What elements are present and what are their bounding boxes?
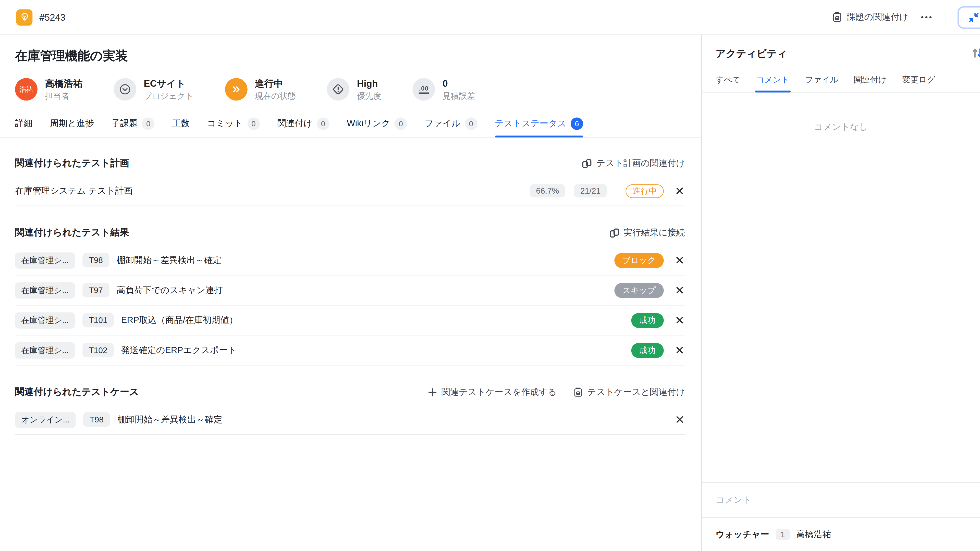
watchers-count-badge: 1 <box>775 529 790 540</box>
more-menu-button[interactable]: ••• <box>920 13 934 21</box>
plan-tag: 在庫管理シ... <box>15 283 75 299</box>
watchers-names: 高橋浩祐 <box>796 529 831 540</box>
create-test-case-button[interactable]: 関連テストケースを作成する <box>428 387 557 398</box>
test-result-name: ERP取込（商品/在庫初期値） <box>121 315 632 326</box>
close-x-icon[interactable] <box>674 255 685 266</box>
test-plan-section-title: 関連付けられたテスト計画 <box>15 158 129 170</box>
collapse-panel-button[interactable] <box>958 6 980 28</box>
clipboard-link-icon <box>832 12 842 23</box>
connect-run-result-button[interactable]: 実行結果に接続 <box>609 227 685 238</box>
test-case-name: 棚卸開始～差異検出～確定 <box>118 414 664 425</box>
plan-tag: 在庫管理シ... <box>15 342 75 359</box>
test-result-row[interactable]: 在庫管理シ... T98 棚卸開始～差異検出～確定 ブロック <box>15 246 685 276</box>
topbar-divider <box>945 10 946 24</box>
plus-icon <box>428 388 437 396</box>
activity-sidebar: アクティビティ すべて コメント ファイル 関連付け 変更ログ コメントなし コ… <box>702 35 980 551</box>
sort-arrows-icon[interactable] <box>970 46 980 60</box>
status-label: 現在の状態 <box>255 91 296 101</box>
case-id-tag: T102 <box>83 343 114 357</box>
tab-commits-count: 0 <box>247 118 260 130</box>
activity-tab-changelog[interactable]: 変更ログ <box>902 71 935 93</box>
activity-title: アクティビティ <box>716 48 788 60</box>
test-status-content: 関連付けられたテスト計画 テスト計画の関連付け <box>0 138 701 551</box>
tab-subissues-count: 0 <box>142 118 155 130</box>
watchers-label: ウォッチャー <box>716 529 769 540</box>
status-badge: 成功 <box>631 313 663 328</box>
priority-icon <box>327 78 349 101</box>
estimate-field[interactable]: .00 0 見積誤差 <box>413 78 475 101</box>
priority-field[interactable]: High 優先度 <box>327 78 381 101</box>
tab-wikilinks-count: 0 <box>395 118 407 130</box>
estimate-value: 0 <box>442 78 475 90</box>
tab-details[interactable]: 詳細 <box>15 110 33 138</box>
tab-cycle-progress[interactable]: 周期と進捗 <box>50 110 94 138</box>
close-x-icon[interactable] <box>674 414 685 425</box>
status-field[interactable]: 進行中 現在の状態 <box>225 78 296 101</box>
issue-detail-panel: #5243 課題の関連付け ••• <box>0 0 980 551</box>
project-field[interactable]: ECサイト プロジェクト <box>114 78 194 101</box>
close-x-icon[interactable] <box>674 345 685 356</box>
link-squares-icon <box>582 159 592 168</box>
meta-row: 浩祐 高橋浩祐 担当者 <box>15 78 686 101</box>
test-case-row[interactable]: オンライン... T98 棚卸開始～差異検出～確定 <box>15 405 685 435</box>
case-id-tag: T98 <box>83 253 109 268</box>
comments-empty-state: コメントなし <box>702 93 980 483</box>
comment-input[interactable]: コメント <box>702 483 980 517</box>
plan-tag: 在庫管理シ... <box>15 252 75 268</box>
test-result-section-title: 関連付けられたテスト結果 <box>15 227 129 239</box>
priority-value: High <box>357 78 382 90</box>
test-result-name: 発送確定のERPエクスポート <box>121 345 632 356</box>
activity-tab-all[interactable]: すべて <box>716 71 741 93</box>
issue-title: 在庫管理機能の実装 <box>15 48 686 64</box>
tab-files[interactable]: ファイル0 <box>425 110 477 138</box>
status-badge: 成功 <box>631 343 663 358</box>
status-icon <box>225 78 247 101</box>
activity-tab-files[interactable]: ファイル <box>805 71 838 93</box>
issue-header: 在庫管理機能の実装 浩祐 高橋浩祐 担当者 <box>0 35 701 101</box>
test-result-row[interactable]: 在庫管理シ... T97 高負荷下でのスキャン連打 スキップ <box>15 276 685 306</box>
link-test-case-button[interactable]: テストケースと関連付け <box>573 387 685 398</box>
activity-tabbar: すべて コメント ファイル 関連付け 変更ログ <box>702 71 980 93</box>
tab-subissues[interactable]: 子課題0 <box>111 110 155 138</box>
tab-commits[interactable]: コミット0 <box>207 110 259 138</box>
link-squares-icon <box>609 228 619 238</box>
tab-files-count: 0 <box>465 118 477 130</box>
close-x-icon[interactable] <box>674 285 685 296</box>
tab-links-count: 0 <box>317 118 329 130</box>
link-issue-button[interactable]: 課題の関連付け <box>832 11 908 23</box>
test-case-section-title: 関連付けられたテストケース <box>15 386 139 398</box>
assignee-label: 担当者 <box>45 91 83 101</box>
assignee-field[interactable]: 浩祐 高橋浩祐 担当者 <box>15 78 83 101</box>
plan-tag: オンライン... <box>15 411 76 428</box>
test-plan-row[interactable]: 在庫管理システム テスト計画 66.7% 21/21 進行中 <box>15 176 685 206</box>
project-icon <box>114 78 136 101</box>
tab-test-status[interactable]: テストステータス6 <box>495 110 583 138</box>
tab-links[interactable]: 関連付け0 <box>277 110 329 138</box>
assignee-name: 高橋浩祐 <box>45 78 83 90</box>
estimate-label: 見積誤差 <box>442 91 475 101</box>
case-id-tag: T101 <box>83 313 114 327</box>
assignee-avatar: 浩祐 <box>15 78 38 101</box>
issue-tabbar: 詳細 周期と進捗 子課題0 工数 コミット0 関連付け0 Wikiリンク0 ファ… <box>0 110 701 138</box>
tab-workload[interactable]: 工数 <box>172 110 189 138</box>
test-result-row[interactable]: 在庫管理シ... T101 ERP取込（商品/在庫初期値） 成功 <box>15 306 685 336</box>
close-x-icon[interactable] <box>674 315 685 326</box>
test-result-row[interactable]: 在庫管理シ... T102 発送確定のERPエクスポート 成功 <box>15 336 685 366</box>
tab-wikilinks[interactable]: Wikiリンク0 <box>347 110 407 138</box>
clipboard-link-icon <box>573 387 583 397</box>
status-badge: スキップ <box>614 283 664 298</box>
tab-test-status-count: 6 <box>571 118 583 130</box>
link-test-plan-button[interactable]: テスト計画の関連付け <box>582 158 685 169</box>
test-plan-percent: 66.7% <box>530 184 565 197</box>
close-x-icon[interactable] <box>674 186 685 197</box>
status-value: 進行中 <box>255 78 296 90</box>
issue-id: #5243 <box>39 12 65 23</box>
activity-tab-comments[interactable]: コメント <box>756 71 789 93</box>
case-id-tag: T98 <box>83 413 110 427</box>
watchers-row[interactable]: ウォッチャー 1 高橋浩祐 <box>702 517 980 551</box>
activity-tab-links[interactable]: 関連付け <box>854 71 886 93</box>
link-issue-label: 課題の関連付け <box>847 11 908 23</box>
topbar: #5243 課題の関連付け ••• <box>0 0 980 35</box>
plan-tag: 在庫管理シ... <box>15 312 75 329</box>
status-badge: ブロック <box>614 253 664 268</box>
